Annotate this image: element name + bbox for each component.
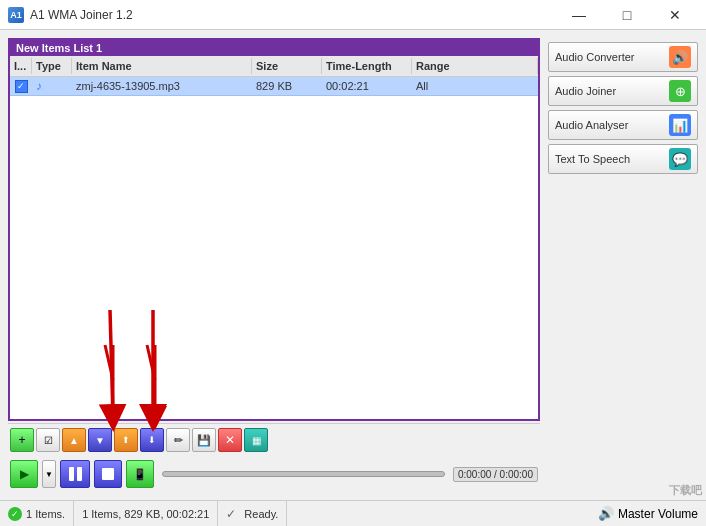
audio-type-icon: ♪ bbox=[36, 79, 42, 93]
row-timelength: 00:02:21 bbox=[322, 77, 412, 95]
stop-square bbox=[102, 468, 114, 480]
play-dropdown-button[interactable]: ▼ bbox=[42, 460, 56, 488]
row-size: 829 KB bbox=[252, 77, 322, 95]
move-bottom-button[interactable]: ⬇ bbox=[140, 428, 164, 452]
col-timelength: Time-Length bbox=[322, 58, 412, 74]
table-row[interactable]: ✓ ♪ zmj-4635-13905.mp3 829 KB 00:02:21 A… bbox=[10, 77, 538, 96]
row-range: All bbox=[412, 77, 538, 95]
status-details: 1 Items, 829 KB, 00:02:21 bbox=[74, 501, 218, 526]
col-size: Size bbox=[252, 58, 322, 74]
text-to-speech-icon: 💬 bbox=[669, 148, 691, 170]
status-ready: ✓ Ready. bbox=[218, 501, 287, 526]
title-bar-left: A1 A1 WMA Joiner 1.2 bbox=[8, 7, 133, 23]
maximize-button[interactable]: □ bbox=[604, 0, 650, 30]
main-area: New Items List 1 I... Type Item Name Siz… bbox=[0, 30, 706, 500]
volume-button[interactable]: 📱 bbox=[126, 460, 154, 488]
audio-converter-button[interactable]: Audio Converter 🔊 bbox=[548, 42, 698, 72]
watermark: 下载吧 bbox=[669, 483, 702, 498]
status-item-count: ✓ 1 Items. bbox=[0, 501, 74, 526]
delete-button[interactable]: ✕ bbox=[218, 428, 242, 452]
playback-bar: ▶ ▼ 📱 0:00:00 / 0:00:00 bbox=[8, 456, 540, 492]
window-controls: — □ ✕ bbox=[556, 0, 698, 30]
add-button[interactable]: + bbox=[10, 428, 34, 452]
audio-joiner-label: Audio Joiner bbox=[555, 85, 616, 97]
status-master-volume: 🔊 Master Volume bbox=[590, 506, 706, 521]
audio-analyser-icon: 📊 bbox=[669, 114, 691, 136]
file-list-container: New Items List 1 I... Type Item Name Siz… bbox=[8, 38, 540, 421]
move-up-button[interactable]: ▲ bbox=[62, 428, 86, 452]
close-button[interactable]: ✕ bbox=[652, 0, 698, 30]
checkbox-checked: ✓ bbox=[15, 80, 28, 93]
col-index: I... bbox=[10, 58, 32, 74]
edit-button[interactable]: ✏ bbox=[166, 428, 190, 452]
status-ok-icon: ✓ bbox=[8, 507, 22, 521]
audio-joiner-button[interactable]: Audio Joiner ⊕ bbox=[548, 76, 698, 106]
pause-bar-left bbox=[69, 467, 74, 481]
master-volume-icon: 🔊 bbox=[598, 506, 614, 521]
row-type: ♪ bbox=[32, 77, 72, 95]
app-icon: A1 bbox=[8, 7, 24, 23]
options-button[interactable]: ▦ bbox=[244, 428, 268, 452]
stop-button[interactable] bbox=[94, 460, 122, 488]
move-down-button[interactable]: ▼ bbox=[88, 428, 112, 452]
audio-joiner-icon: ⊕ bbox=[669, 80, 691, 102]
pause-bar-right bbox=[77, 467, 82, 481]
audio-converter-label: Audio Converter bbox=[555, 51, 635, 63]
check-all-button[interactable]: ☑ bbox=[36, 428, 60, 452]
col-name: Item Name bbox=[72, 58, 252, 74]
main-toolbar: + ☑ ▲ ▼ ⬆ ⬇ ✏ 💾 ✕ ▦ bbox=[8, 423, 540, 456]
status-bar: ✓ 1 Items. 1 Items, 829 KB, 00:02:21 ✓ R… bbox=[0, 500, 706, 526]
window-title: A1 WMA Joiner 1.2 bbox=[30, 8, 133, 22]
audio-analyser-label: Audio Analyser bbox=[555, 119, 628, 131]
table-header: I... Type Item Name Size Time-Length Ran… bbox=[10, 56, 538, 77]
audio-analyser-button[interactable]: Audio Analyser 📊 bbox=[548, 110, 698, 140]
time-display: 0:00:00 / 0:00:00 bbox=[453, 467, 538, 482]
save-button[interactable]: 💾 bbox=[192, 428, 216, 452]
col-type: Type bbox=[32, 58, 72, 74]
move-top-button[interactable]: ⬆ bbox=[114, 428, 138, 452]
file-table: I... Type Item Name Size Time-Length Ran… bbox=[10, 56, 538, 419]
col-range: Range bbox=[412, 58, 538, 74]
progress-track[interactable] bbox=[162, 471, 445, 477]
left-panel: New Items List 1 I... Type Item Name Siz… bbox=[8, 38, 540, 492]
play-button[interactable]: ▶ bbox=[10, 460, 38, 488]
status-count-text: 1 Items. bbox=[26, 508, 65, 520]
right-panel: Audio Converter 🔊 Audio Joiner ⊕ Audio A… bbox=[548, 38, 698, 492]
audio-converter-icon: 🔊 bbox=[669, 46, 691, 68]
master-volume-label: Master Volume bbox=[618, 507, 698, 521]
row-checkbox[interactable]: ✓ bbox=[10, 77, 32, 95]
status-check-icon: ✓ bbox=[226, 507, 240, 521]
status-ready-text: Ready. bbox=[244, 508, 278, 520]
pause-button[interactable] bbox=[60, 460, 90, 488]
status-details-text: 1 Items, 829 KB, 00:02:21 bbox=[82, 508, 209, 520]
row-name: zmj-4635-13905.mp3 bbox=[72, 77, 252, 95]
minimize-button[interactable]: — bbox=[556, 0, 602, 30]
text-to-speech-label: Text To Speech bbox=[555, 153, 630, 165]
text-to-speech-button[interactable]: Text To Speech 💬 bbox=[548, 144, 698, 174]
title-bar: A1 A1 WMA Joiner 1.2 — □ ✕ bbox=[0, 0, 706, 30]
file-list-header: New Items List 1 bbox=[10, 40, 538, 56]
